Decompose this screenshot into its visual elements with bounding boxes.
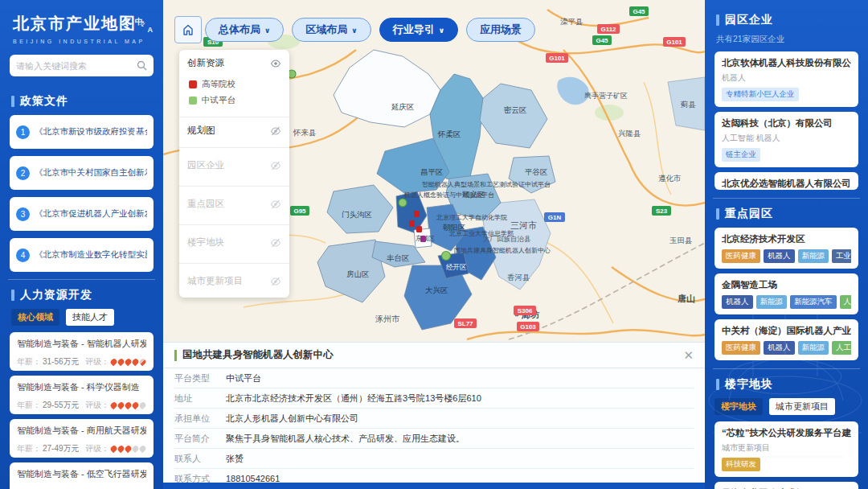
search-icon[interactable] xyxy=(137,60,147,71)
job-item[interactable]: 智能制造与装备 - 商用航天器研发与... 年薪：27-49万元 评级： xyxy=(10,419,154,458)
eye-hidden-icon[interactable] xyxy=(270,125,281,137)
university-marker[interactable] xyxy=(409,220,415,227)
policy-item[interactable]: 2 《北京市中关村国家自主创新示范区... xyxy=(10,156,154,190)
policy-section-title: 政策文件 xyxy=(20,94,68,109)
legend-item-university: 高等院校 xyxy=(179,76,289,92)
section-accent-bar xyxy=(716,208,719,220)
nav-application-scene[interactable]: 应用场景 xyxy=(466,18,535,42)
map-label: 兴隆县 xyxy=(618,129,641,138)
close-icon[interactable]: ✕ xyxy=(683,349,694,361)
map-label: 鹰手营子矿区 xyxy=(584,92,628,100)
company-tag: 专精特新小巨人企业 xyxy=(722,88,799,101)
nav-industry-guide[interactable]: 行业导引∨ xyxy=(379,18,458,42)
legend-group-planning-map[interactable]: 规划图 xyxy=(179,117,289,144)
building-card[interactable]: 星海产业园改造升级项目 城市更新项目 集成电路 智能驾驶 xyxy=(714,482,858,489)
app-subtitle: BEIJING INDUSTRIAL MAP xyxy=(13,39,152,44)
industry-tag: 机器人 xyxy=(764,341,795,355)
pilot-platform-marker[interactable] xyxy=(442,252,451,261)
language-toggle-icon[interactable]: 中 ⇄ A xyxy=(134,16,154,34)
legend-group-park-companies[interactable]: 园区企业 xyxy=(179,148,289,183)
map-label: 滦平县 xyxy=(560,17,583,26)
map-label: 涿州市 xyxy=(375,314,400,323)
job-item[interactable]: 智能制造与装备 - 低空飞行器研发与... xyxy=(10,462,154,489)
detail-row: 地址北京市北京经济技术开发区（通州）经海五路3号院13号楼6层610 xyxy=(174,388,694,409)
companies-section-title: 园区企业 xyxy=(725,13,773,27)
legend-item-pilot-platform: 中试平台 xyxy=(179,92,289,113)
rating-label: 评级： xyxy=(85,443,109,454)
rating-flames xyxy=(110,445,146,454)
road-badge: S23 xyxy=(656,208,668,215)
salary-value: 27-49万元 xyxy=(43,443,80,454)
company-card[interactable]: 北京软体机器人科技股份有限公司 机器人 专精特新小巨人企业 xyxy=(714,51,858,107)
search-box xyxy=(10,55,154,76)
eye-hidden-icon[interactable] xyxy=(270,160,281,171)
chevron-down-icon: ∨ xyxy=(264,19,270,42)
policy-item[interactable]: 3 《北京市促进机器人产业创新发展的... xyxy=(10,197,154,231)
road-badge: G95 xyxy=(293,208,306,215)
parks-section-title: 重点园区 xyxy=(725,207,773,221)
company-card[interactable]: 达闼科技（北京）有限公司 人工智能 机器人 链主企业 xyxy=(714,112,858,167)
policy-number-badge: 1 xyxy=(16,125,30,139)
map-annotation: 机器人概念验证与中试测试平台 xyxy=(403,191,494,199)
legend-group-urban-renewal[interactable]: 城市更新项目 xyxy=(179,264,289,298)
industry-tag: 工业互联网 xyxy=(832,249,851,263)
university-marker[interactable] xyxy=(414,211,420,217)
policy-item[interactable]: 4 《北京市制造业数字化转型实施方案... xyxy=(10,238,154,272)
policy-number-badge: 4 xyxy=(16,249,30,262)
policy-number-badge: 3 xyxy=(16,208,30,221)
tab-core-fields[interactable]: 核心领域 xyxy=(11,309,59,326)
nav-overall-layout[interactable]: 总体布局∨ xyxy=(205,18,284,42)
building-card[interactable]: “芯粒”技术公共研发服务平台建设... 城市更新项目 科技研发 xyxy=(714,421,858,477)
map-area: 滦平县 怀来县 延庆区 怀柔区 密云区 昌平区 平谷区 顺义区 门头沟区 朝阳区… xyxy=(163,0,705,489)
map-label: 香河县 xyxy=(507,273,530,281)
nav-regional-layout[interactable]: 区域布局∨ xyxy=(292,18,371,42)
map-label: 平谷区 xyxy=(525,167,548,176)
legend-group-buildings[interactable]: 楼宇地块 xyxy=(179,225,289,260)
map-label: 三河市 xyxy=(510,220,537,230)
divider xyxy=(8,279,155,280)
eye-hidden-icon[interactable] xyxy=(270,276,281,287)
search-input[interactable] xyxy=(16,61,137,71)
university-marker[interactable] xyxy=(420,236,426,242)
eye-hidden-icon[interactable] xyxy=(270,199,281,210)
tab-skilled-talent[interactable]: 技能人才 xyxy=(66,309,114,326)
eye-visible-icon[interactable] xyxy=(270,58,281,69)
map-annotation: 北京工业大学信息学部 xyxy=(448,230,514,237)
industry-tag: 医药健康 xyxy=(722,341,760,355)
tab-urban-renewal[interactable]: 城市更新项目 xyxy=(769,398,835,415)
rating-label: 评级： xyxy=(85,400,109,411)
salary-label: 年薪： xyxy=(17,400,41,411)
university-swatch xyxy=(189,80,197,88)
detail-row: 平台类型中试平台 xyxy=(174,368,694,388)
road-badge: S306 xyxy=(518,307,533,314)
map-label: 怀柔区 xyxy=(437,129,461,138)
tab-buildings[interactable]: 楼宇地块 xyxy=(714,398,763,415)
detail-title: 国地共建具身智能机器人创新中心 xyxy=(182,348,334,362)
map-annotation: 国地共建具身智能机器人创新中心 xyxy=(454,247,551,254)
map-label: 延庆区 xyxy=(391,102,415,111)
job-item[interactable]: 智能制造与装备 - 科学仪器制造 年薪：29-55万元 评级： xyxy=(10,376,154,414)
map-label: 遵化市 xyxy=(658,174,682,183)
legend-group-innovation[interactable]: 创新资源 xyxy=(179,50,289,76)
legend-group-key-parks[interactable]: 重点园区 xyxy=(179,187,289,221)
policy-item[interactable]: 1 《北京市新设市级政府投资基金项目... xyxy=(10,115,154,149)
industry-tag: 医药健康 xyxy=(722,249,760,263)
eye-hidden-icon[interactable] xyxy=(270,237,281,249)
industry-tag: 科技研发 xyxy=(722,458,760,471)
park-card[interactable]: 中关村（海淀）国际机器人产业园 医药健康 机器人 新能源 人工智能 xyxy=(714,319,858,360)
park-card[interactable]: 北京经济技术开发区 医药健康 机器人 新能源 工业互联网 xyxy=(714,228,858,269)
map-label: 丰台区 xyxy=(387,253,410,262)
salary-value: 31-56万元 xyxy=(43,356,80,368)
pilot-platform-marker[interactable] xyxy=(399,199,407,207)
industry-tag: 机器人 xyxy=(722,295,753,309)
section-accent-bar xyxy=(11,96,14,107)
park-card[interactable]: 金隅智造工场 机器人 新能源 新能源汽车 人工智能 xyxy=(714,273,858,314)
university-marker[interactable] xyxy=(416,226,422,232)
job-item[interactable]: 智能制造与装备 - 智能机器人研发与... 年薪：31-56万元 评级： xyxy=(10,332,154,371)
detail-row: 平台简介聚焦于具身智能机器人核心技术、产品研发、应用生态建设。 xyxy=(174,429,694,449)
map-label: 昌平区 xyxy=(420,167,444,176)
map-label: 经开区 xyxy=(446,263,467,271)
home-button[interactable] xyxy=(174,16,202,43)
company-card[interactable]: 北京优必选智能机器人有限公司 xyxy=(714,172,858,190)
road-badge: G112 xyxy=(600,26,616,33)
